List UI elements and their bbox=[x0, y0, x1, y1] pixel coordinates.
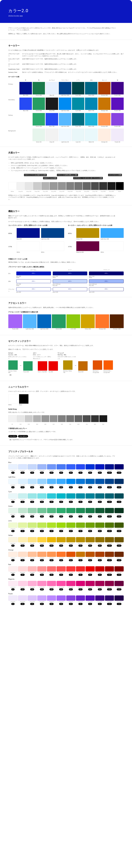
gray-ramp-label: Gray-420 bbox=[58, 191, 66, 192]
color-swatch: Orange-700 bbox=[98, 98, 111, 113]
primitive-swatch: #F0288F600 bbox=[66, 581, 75, 590]
gray-ramp-label: Black bbox=[116, 191, 124, 192]
primitive-swatch: #6F23D0700 bbox=[76, 595, 85, 605]
primitive-swatch: #FF5454500 bbox=[57, 566, 66, 576]
button-state-cell: ボタンBlue-1100 bbox=[53, 287, 88, 293]
semantic-swatch: Forest-600 bbox=[23, 361, 33, 373]
primitive-family: Orange#FFEEE250#FFDFCA100#FFC199200#FFA6… bbox=[8, 549, 124, 561]
gray-ramp-label: Gray-200 bbox=[33, 191, 41, 192]
primitive-swatch: #FFC199200 bbox=[28, 552, 37, 561]
sample-button[interactable]: ボタン bbox=[89, 272, 124, 275]
gray-ramp-label: Gray-800 bbox=[99, 191, 107, 192]
state-row-label: アウトライン bbox=[8, 287, 14, 292]
primitive-swatch: #DB0074700 bbox=[76, 581, 85, 590]
primitive-swatch: #F1EAFA50 bbox=[8, 595, 18, 605]
primitive-family-name: Light Blue bbox=[8, 476, 124, 478]
key-def-desc: 追加で選択できるキーカラーです。強調や差別化を目的としたアクセントに使用します。 bbox=[22, 58, 124, 62]
key-def-term: セカンダリーカラー bbox=[8, 58, 21, 62]
state-row-label: 反転 bbox=[8, 279, 14, 282]
sample-button[interactable]: ボタン bbox=[89, 287, 124, 291]
accent-lead: 強調や差別化を目的としたカラーとして使用されます。過度な使用は避け、ページ内の特… bbox=[8, 307, 116, 309]
func-ui-note: 適応色の詳細については、はじめにのAppendixに記載があります。詳細を確認し… bbox=[8, 261, 116, 264]
semantic-swatch: Error-1 / Red-800 bbox=[38, 361, 47, 373]
primitive-swatch: #115A36900 bbox=[95, 508, 104, 518]
func-row-label: 背景色 bbox=[8, 228, 15, 235]
neutral-chip bbox=[66, 415, 74, 422]
primitive-swatch: #08351F1100 bbox=[114, 508, 124, 518]
sample-button[interactable]: ボタン bbox=[53, 279, 88, 283]
key-row-label: Tertiary bbox=[8, 113, 19, 116]
callout-main: メインテキストに利用 bbox=[108, 174, 122, 176]
gray-ramp-cell bbox=[74, 182, 82, 190]
primitive-swatch: #D9E6FF100 bbox=[18, 464, 27, 474]
primitive-swatch: #CE0000900 bbox=[95, 566, 104, 576]
primitive-swatch: #FFDFCA100 bbox=[18, 552, 27, 561]
color-swatch: Light-blue-600 bbox=[59, 98, 71, 113]
sample-button[interactable]: ボタン bbox=[53, 287, 88, 291]
gray-ramp-cell bbox=[107, 182, 116, 190]
primitive-swatch: #9CD909500 bbox=[57, 523, 66, 532]
primitive-swatch: #004C591100 bbox=[114, 493, 124, 503]
func-row-label: 文字色 bbox=[68, 241, 75, 248]
primitive-swatch: #51B883400 bbox=[47, 508, 56, 518]
key-col-label: 紫 bbox=[111, 79, 124, 81]
primitive-swatch: #FFE380200 bbox=[28, 537, 37, 547]
semantic-swatch: Wood-600 bbox=[78, 361, 88, 373]
primitive-swatch: #8B00471000 bbox=[105, 581, 114, 590]
primitive-swatch: #68003F1100 bbox=[114, 581, 124, 590]
primitive-swatch: #D2A400500 bbox=[57, 537, 66, 547]
func-heading: 機能カラー bbox=[8, 210, 124, 213]
sample-button[interactable]: ボタン bbox=[16, 279, 51, 283]
accent-heading: アクセントカラー bbox=[8, 301, 124, 305]
primitive-swatch: #FDEAF450 bbox=[8, 581, 18, 590]
common-color-section: 共通カラー キーカラー以外にプロダクトで共通して利用するカラーの定義を行います。… bbox=[0, 147, 132, 205]
key-color-lead: サービスや製品において印象を司る役割を担う構成要素の一つにキーカラー（カラースキ… bbox=[8, 49, 116, 51]
func-sub: キーカラーをそのままコンポーネントの配色として利用する場合は、背景と前景のコント… bbox=[8, 221, 116, 223]
primitive-family-name: Orange bbox=[8, 549, 124, 551]
primitive-swatch: #8843E1600 bbox=[66, 595, 75, 605]
color-swatch: Blue-50 bbox=[45, 82, 58, 97]
key-def-term: Quinary Color bbox=[8, 71, 21, 73]
primitive-family-name: Yellow bbox=[8, 534, 124, 536]
primitive-family: Lime#F0FAD050#E3F5A5100#D0EE80200#C0E954… bbox=[8, 520, 124, 532]
semantic-note: （編） bbox=[8, 374, 116, 376]
primitive-swatch: #C0E954300 bbox=[37, 523, 46, 532]
primitive-swatch: #C0E4FF200 bbox=[28, 479, 37, 488]
primitive-swatch: #BF9600600 bbox=[66, 537, 75, 547]
primitive-family: Blue#E8F1FE50#D9E6FF100#C5D7FB200#9DB7F9… bbox=[8, 462, 124, 474]
color-swatch bbox=[20, 113, 32, 128]
primitive-swatch: #C5D7FB200 bbox=[28, 464, 37, 474]
arrow-icon: → bbox=[74, 364, 77, 369]
primitive-swatch: #0017C1900 bbox=[95, 464, 104, 474]
primitive-swatch: #5075001000 bbox=[105, 523, 114, 532]
neutral-chip bbox=[33, 415, 41, 422]
sample-button[interactable]: ボタン bbox=[16, 287, 51, 291]
color-swatch: Blue-900 bbox=[16, 228, 40, 240]
sample-button[interactable]: ボタン bbox=[16, 272, 51, 275]
state-col-label: ホバー bbox=[53, 269, 88, 271]
primitive-swatch: #00428C1000 bbox=[105, 479, 114, 488]
primitive-swatch: #6FA104800 bbox=[86, 523, 95, 532]
primitive-swatch: #D0EE80200 bbox=[28, 523, 37, 532]
primitive-swatch: #71C598300 bbox=[37, 508, 46, 518]
primitive-swatch: #21004B1100 bbox=[114, 595, 124, 605]
color-swatch: Cyan-50 bbox=[72, 129, 85, 144]
primitive-swatch: #E25100600 bbox=[66, 552, 75, 561]
primitive-family-name: Blue bbox=[8, 462, 124, 464]
sample-button[interactable]: ボタン bbox=[53, 272, 88, 275]
key-def-desc: 別のキーカラーを策定する場合は、アクセシビリティ面での配慮のため、セマンティック… bbox=[22, 71, 124, 73]
state-col-label: アクティブ bbox=[89, 269, 124, 271]
primitive-family: Red#FDEEEE50#FFDADA100#FFBBBB200#FF96963… bbox=[8, 564, 124, 576]
primitive-swatch: #EBB700400 bbox=[47, 537, 56, 547]
color-swatch: Yellow-700 bbox=[76, 228, 99, 240]
function-color-section: 機能カラー 機能カラーはキーカラーを適したコンポーネントで使用するために定義しま… bbox=[0, 205, 132, 297]
primitive-swatch: #DDC5FB200 bbox=[28, 595, 37, 605]
primitive-swatch: #3460FB600 bbox=[66, 464, 75, 474]
sample-button[interactable]: ボタン bbox=[89, 279, 124, 283]
primitive-swatch: #8CC80C600 bbox=[66, 523, 75, 532]
color-swatch: Light-blue-800 bbox=[37, 314, 51, 331]
primitive-swatch: #E6F5EC50 bbox=[8, 508, 18, 518]
gray-ramp-cell bbox=[99, 182, 107, 190]
page-title: カラー2.0 bbox=[8, 8, 124, 14]
color-swatch: Gray-900 bbox=[45, 98, 58, 113]
